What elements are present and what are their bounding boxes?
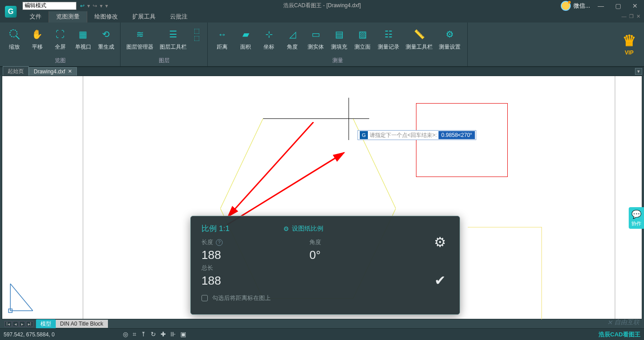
close-tab-icon[interactable]: ✕ <box>68 68 72 74</box>
drawing-canvas[interactable]: G 请指定下一个点<回车结束>: 0.9858<270° 比例 1:1 ⚙设图纸… <box>2 76 642 319</box>
layer-extra-button[interactable]: ⬚⬚ <box>190 26 203 41</box>
avatar-icon <box>561 1 571 11</box>
panel-confirm-button[interactable]: ✔ <box>434 272 446 288</box>
total-value: 188 <box>201 274 309 288</box>
snap-toggle-icon[interactable]: ◎ <box>123 331 128 338</box>
menu-edit[interactable]: 绘图修改 <box>87 11 125 23</box>
menu-cloud[interactable]: 云批注 <box>163 11 195 23</box>
sub-restore-icon[interactable]: ❐ <box>629 14 634 19</box>
ortho-toggle-icon[interactable]: ⤒ <box>141 331 146 338</box>
sub-close-icon[interactable]: ✕ <box>636 14 640 19</box>
length-label: 长度 <box>201 238 213 246</box>
chat-icon: 💬 <box>631 209 641 219</box>
sub-minimize-icon[interactable]: — <box>622 14 626 19</box>
stack-icon: ⬚⬚ <box>190 28 203 41</box>
redo-icon[interactable]: ↪ <box>93 3 97 9</box>
watermark-icon: ✕ <box>607 319 613 326</box>
checkbox-label: 勾选后将距离标在图上 <box>212 294 271 302</box>
zoom-button[interactable]: 缩放 <box>3 26 26 51</box>
gear-small-icon: ⚙ <box>283 225 289 232</box>
right-margin-guide <box>615 76 642 319</box>
undo-icon[interactable]: ↩ <box>80 3 85 9</box>
osnap-toggle-icon[interactable]: ✚ <box>161 331 166 338</box>
total-label: 总长 <box>201 264 309 272</box>
measurement-panel: 比例 1:1 ⚙设图纸比例 长度? 角度 188 0° 总长 188 ⚙ ✔ 勾… <box>190 216 460 315</box>
grid-toggle-icon[interactable]: ⌗ <box>133 331 136 338</box>
more-icon[interactable]: ▾ <box>105 3 108 9</box>
dropdown-icon[interactable]: ▾ <box>87 3 90 9</box>
fill-button[interactable]: ▤测填充 <box>327 26 351 51</box>
vip-button[interactable]: ♛ VIP <box>622 32 636 56</box>
layout-nav-arrows[interactable]: I◂◂▸▸I <box>2 321 36 327</box>
single-viewport-button[interactable]: ▦单视口 <box>72 26 94 51</box>
help-icon[interactable]: ? <box>216 239 223 246</box>
menu-view-measure[interactable]: 览图测量 <box>49 10 87 23</box>
tab-drawing[interactable]: Drawing4.dxf✕ <box>29 67 77 76</box>
quick-access-toolbar: ↩ ▾ ↪ ▾ ▾ <box>80 3 108 9</box>
mode-select[interactable]: 编辑模式 ▾ <box>22 2 76 10</box>
layer-toolbar-button[interactable]: ☰图层工具栏 <box>157 26 190 51</box>
pan-button[interactable]: ✋平移 <box>26 26 49 51</box>
close-button[interactable]: ✕ <box>629 2 641 9</box>
wechat-login[interactable]: 微信... <box>561 1 590 11</box>
set-scale-button[interactable]: ⚙设图纸比例 <box>283 225 323 233</box>
zoom-icon <box>8 28 21 41</box>
select-toggle-icon[interactable]: ▣ <box>180 331 186 338</box>
tab-start[interactable]: 起始页 <box>3 66 29 77</box>
record-icon: ☷ <box>382 28 395 41</box>
record-button[interactable]: ☷测量记录 <box>374 26 403 51</box>
area-button[interactable]: ▰面积 <box>234 26 257 51</box>
ruler-icon: 📏 <box>413 28 425 41</box>
layout-tab-model[interactable]: 模型 <box>36 319 56 329</box>
menu-bar: 文件 览图测量 绘图修改 扩展工具 云批注 — ❐ ✕ <box>0 11 644 23</box>
app-logo: G <box>2 3 20 21</box>
section-button[interactable]: ▨测立面 <box>351 26 374 51</box>
ribbon-group-layer: ≋图层管理器 ☰图层工具栏 ⬚⬚ 图层 <box>121 23 208 66</box>
crosshair-vertical <box>349 98 349 140</box>
ribbon-group-label: 测量 <box>208 57 467 65</box>
fullscreen-icon: ⛶ <box>54 28 67 41</box>
panel-settings-button[interactable]: ⚙ <box>434 234 446 250</box>
menu-file[interactable]: 文件 <box>22 11 49 23</box>
layout-tab-sheet[interactable]: DIN A0 Title Block <box>56 320 108 328</box>
angle-icon: ◿ <box>286 28 299 41</box>
solid-button[interactable]: ▭测实体 <box>304 26 327 51</box>
fullscreen-button[interactable]: ⛶全屏 <box>49 26 72 51</box>
svg-line-3 <box>228 122 313 217</box>
ribbon-group-view: 缩放 ✋平移 ⛶全屏 ▦单视口 ⟲重生成 览图 <box>0 23 121 66</box>
angle-value: 0° <box>309 248 399 262</box>
red-selection-rect <box>416 103 508 177</box>
measure-toolbar-button[interactable]: 📏测量工具栏 <box>403 26 435 51</box>
section-icon: ▨ <box>356 28 369 41</box>
scale-label: 比例 1:1 <box>201 223 229 234</box>
vip-label: VIP <box>625 50 633 56</box>
polar-toggle-icon[interactable]: ↻ <box>151 331 156 338</box>
angle-button[interactable]: ◿角度 <box>281 26 304 51</box>
ribbon-group-label: 览图 <box>0 57 120 65</box>
title-bar: G 编辑模式 ▾ ↩ ▾ ↪ ▾ ▾ 浩辰CAD看图王 - [Drawing4.… <box>0 0 644 11</box>
ribbon-group-label: 图层 <box>121 57 207 65</box>
distance-button[interactable]: ↔距离 <box>210 26 234 51</box>
tab-scroll-right[interactable]: ▾ <box>635 68 642 75</box>
command-icon: G <box>360 131 368 139</box>
status-bar: 597.542, 675.5884, 0 ◎ ⌗ ⤒ ↻ ✚ ⊪ ▣ 浩辰CAD… <box>0 328 644 340</box>
collab-side-button[interactable]: 💬 协作 <box>629 207 644 229</box>
command-input-value[interactable]: 0.9858<270° <box>438 131 475 139</box>
window-title: 浩辰CAD看图王 - [Drawing4.dxf] <box>283 2 361 9</box>
layer-manager-button[interactable]: ≋图层管理器 <box>123 26 157 51</box>
mark-on-drawing-checkbox[interactable] <box>201 295 208 301</box>
measure-settings-button[interactable]: ⚙测量设置 <box>435 26 464 51</box>
annotation-arrow-2 <box>224 122 322 221</box>
maximize-button[interactable]: ▢ <box>612 2 624 9</box>
viewport-icon: ▦ <box>77 28 89 41</box>
minimize-button[interactable]: — <box>595 2 607 9</box>
layers-icon: ≋ <box>134 28 146 41</box>
coord-button[interactable]: ⊹坐标 <box>257 26 281 51</box>
dropdown-icon[interactable]: ▾ <box>100 3 103 9</box>
regen-button[interactable]: ⟲重生成 <box>94 26 117 51</box>
ucs-icon <box>8 282 35 315</box>
track-toggle-icon[interactable]: ⊪ <box>170 331 176 338</box>
watermark: ✕ 自由互联 <box>607 318 640 326</box>
menu-extensions[interactable]: 扩展工具 <box>125 11 163 23</box>
angle-label: 角度 <box>309 238 399 246</box>
